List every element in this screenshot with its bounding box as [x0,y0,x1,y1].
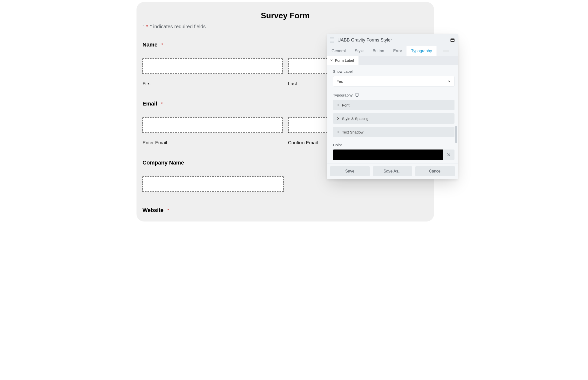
required-fields-note: " * " indicates required fields [136,20,434,30]
required-asterisk-icon: * [168,208,169,212]
svg-rect-10 [355,94,359,96]
form-title: Survey Form [136,2,434,20]
section-form-label-text: Form Label [335,58,354,62]
color-label: Color [333,143,454,147]
chevron-right-icon [336,117,340,120]
svg-rect-7 [332,41,334,42]
accordion-font[interactable]: Font [333,100,454,110]
svg-rect-4 [330,40,332,40]
save-as-button[interactable]: Save As... [373,166,412,176]
svg-rect-5 [332,40,334,40]
svg-rect-2 [330,38,332,39]
note-text: " indicates required fields [150,24,206,29]
accordion-font-label: Font [342,103,350,107]
company-name-input[interactable] [142,176,284,192]
website-label-text: Website [142,207,164,213]
svg-rect-8 [330,42,332,43]
panel-footer: Save Save As... Cancel [327,164,458,179]
svg-rect-11 [356,96,358,97]
email-label-text: Email [142,100,157,107]
panel-body: Show Label Yes Typography [327,65,458,164]
window-icon[interactable] [450,38,454,42]
typography-label: Typography [333,93,454,97]
tab-style[interactable]: Style [350,46,368,56]
required-asterisk-icon: * [162,42,163,46]
required-asterisk-icon: * [161,102,162,106]
show-label-label: Show Label [333,69,454,74]
svg-rect-6 [330,41,332,42]
enter-email-input[interactable] [142,118,282,133]
accordion-text-shadow-label: Text Shadow [342,130,364,134]
tab-button[interactable]: Button [368,46,389,56]
responsive-desktop-icon[interactable] [355,94,359,97]
chevron-right-icon [336,130,340,134]
svg-rect-9 [332,42,334,43]
typography-label-text: Typography [333,93,352,97]
tab-more-button[interactable] [436,46,456,56]
panel-header[interactable]: UABB Gravity Forms Styler [327,34,458,46]
section-form-label[interactable]: Form Label [327,56,358,65]
save-button[interactable]: Save [330,166,370,176]
close-icon [447,153,450,156]
color-swatch[interactable] [333,150,443,160]
accordion-style-spacing[interactable]: Style & Spacing [333,113,454,124]
tab-general[interactable]: General [327,46,350,56]
styler-panel: UABB Gravity Forms Styler General Style … [327,34,458,179]
first-name-sublabel: First [142,81,282,86]
chevron-right-icon [336,104,340,106]
company-label-text: Company Name [142,160,184,166]
svg-rect-0 [330,37,332,38]
first-name-input[interactable] [142,58,282,74]
panel-tabs: General Style Button Error Typography [327,46,458,56]
tab-error[interactable]: Error [389,46,407,56]
enter-email-sublabel: Enter Email [142,140,282,146]
show-label-select[interactable]: Yes [333,76,454,86]
svg-rect-3 [332,38,334,39]
required-asterisk-icon: * [146,24,149,29]
cancel-button[interactable]: Cancel [415,166,455,176]
name-label-text: Name [142,42,158,48]
tab-typography[interactable]: Typography [406,46,436,56]
panel-scrollbar[interactable] [455,126,457,143]
panel-title: UABB Gravity Forms Styler [338,38,392,43]
drag-handle-icon[interactable] [330,36,334,44]
color-clear-button[interactable] [443,150,454,160]
chevron-down-icon [330,59,333,62]
color-control [333,150,454,160]
note-quote-open: " [142,24,144,29]
show-label-value: Yes [337,79,343,84]
accordion-style-spacing-label: Style & Spacing [342,116,368,121]
section-tabs-row: Form Label [327,56,458,65]
website-label: Website * [142,207,428,214]
chevron-down-icon [448,80,451,83]
accordion-text-shadow[interactable]: Text Shadow [333,127,454,137]
svg-rect-1 [332,37,334,38]
